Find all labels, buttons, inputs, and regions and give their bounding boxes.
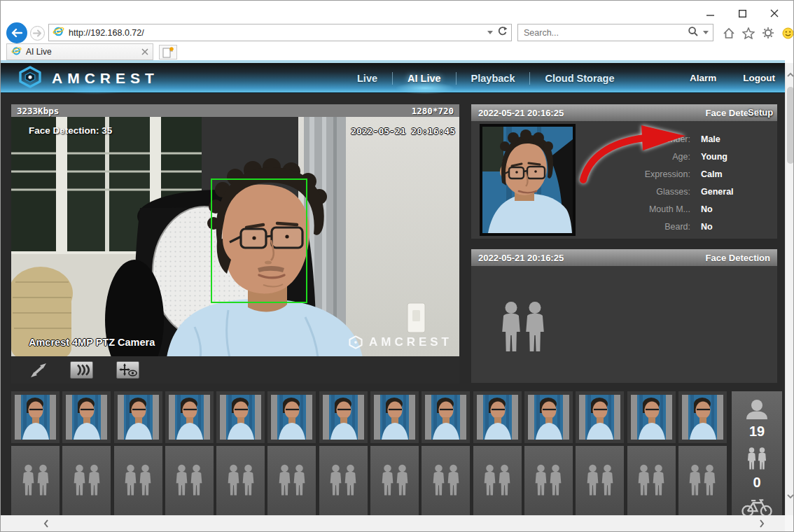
settings-gear-icon[interactable] (760, 24, 776, 41)
human-thumbnail-placeholder[interactable] (11, 446, 60, 515)
face-thumbnail[interactable] (216, 391, 265, 443)
counter-value: 19 (749, 424, 765, 439)
scroll-down-icon[interactable] (786, 490, 794, 503)
face-thumbnail[interactable] (11, 391, 60, 443)
human-thumbnail-placeholder[interactable] (216, 446, 265, 515)
human-counter: 0 (746, 447, 767, 490)
browser-forward-button[interactable] (30, 26, 45, 41)
nav-alarm[interactable]: Alarm (690, 73, 716, 83)
scrollbar-corner (785, 515, 794, 532)
face-count-icon (745, 400, 769, 422)
face-thumbnail[interactable] (524, 391, 573, 443)
address-dropdown-icon[interactable] (487, 31, 493, 34)
human-thumbnail-placeholder[interactable] (422, 446, 470, 515)
human-thumbnail-placeholder[interactable] (678, 446, 727, 515)
face-thumbnail[interactable] (114, 391, 162, 443)
search-icon[interactable] (688, 26, 699, 40)
nav-tab-live[interactable]: Live (342, 73, 392, 84)
detection-counters: 190 (732, 391, 782, 515)
human-thumbnail-placeholder[interactable] (370, 446, 419, 515)
app-header: AMCREST LiveAI LivePlaybackCloud Storage… (1, 63, 785, 93)
browser-back-button[interactable] (6, 22, 27, 43)
human-thumbnail-placeholder[interactable] (319, 446, 368, 515)
attribute-value: No (701, 222, 713, 232)
scroll-left-icon[interactable] (36, 517, 57, 531)
vertical-scroll-thumb[interactable] (787, 87, 794, 164)
face-thumbnail[interactable] (62, 391, 111, 443)
browser-window: http://192.168.0.72/ AI Live (0, 0, 794, 532)
video-controls (11, 356, 459, 384)
window-titlebar (1, 1, 794, 22)
face-snapshot[interactable] (480, 124, 576, 236)
nav-logout[interactable]: Logout (743, 73, 775, 83)
face-thumbnail[interactable] (678, 391, 727, 443)
face-thumbnail[interactable] (576, 391, 624, 443)
horizontal-scrollbar[interactable] (1, 515, 785, 531)
panel-header: 2022-05-21 20:16:25 Face Detection (471, 249, 777, 266)
attribute-value: No (701, 204, 713, 214)
nav-tab-ai-live[interactable]: AI Live (393, 73, 456, 84)
scroll-up-icon[interactable] (786, 69, 794, 81)
tab-favicon-ie (11, 46, 22, 59)
new-tab-button[interactable] (159, 45, 177, 59)
face-thumbnail[interactable] (165, 391, 214, 443)
fullscreen-button[interactable] (27, 360, 50, 380)
home-icon[interactable] (720, 24, 737, 41)
human-thumbnail-placeholder[interactable] (627, 446, 676, 515)
counter-value: 0 (753, 475, 760, 490)
panel-type-label: Face Detection (706, 253, 770, 263)
face-thumbnail[interactable] (627, 391, 676, 443)
tab-title[interactable]: AI Live (22, 47, 141, 57)
human-thumbnail-placeholder[interactable] (524, 446, 573, 515)
nav-right: Alarm Logout (690, 63, 775, 93)
close-button[interactable] (758, 6, 790, 20)
human-thumbnail-placeholder[interactable] (267, 446, 316, 515)
nav-setup[interactable]: Setup (748, 107, 773, 118)
brand-name: AMCREST (52, 70, 159, 87)
attribute-value: Male (701, 134, 720, 144)
panel-timestamp: 2022-05-21 20:16:25 (478, 108, 564, 118)
human-thumbnail-placeholder[interactable] (62, 446, 111, 515)
face-thumbnail[interactable] (319, 391, 368, 443)
tab-close-icon[interactable] (141, 46, 148, 58)
scroll-right-icon[interactable] (751, 517, 772, 531)
resolution-label: 1280*720 (412, 106, 454, 116)
video-timestamp-overlay: 2022-05-21 20:16:45 (351, 126, 455, 136)
nav-tab-playback[interactable]: Playback (457, 73, 530, 84)
stream-toggle-button[interactable] (70, 361, 93, 379)
maximize-button[interactable] (726, 6, 758, 20)
human-thumbnail-placeholder[interactable] (473, 446, 522, 515)
browser-tab[interactable]: AI Live (6, 43, 153, 60)
feedback-smiley-icon[interactable] (779, 24, 794, 41)
refresh-icon[interactable] (497, 26, 508, 39)
address-bar[interactable]: http://192.168.0.72/ (48, 24, 512, 41)
face-thumbnail[interactable] (267, 391, 316, 443)
attribute-label: Mouth M... (615, 204, 690, 214)
search-box[interactable] (517, 24, 713, 41)
face-thumbnail[interactable] (422, 391, 470, 443)
live-video: Face Detection: 35 2022-05-21 20:16:45 A… (11, 117, 459, 358)
face-thumbnail[interactable] (473, 391, 522, 443)
nav-tab-cloud-storage[interactable]: Cloud Storage (530, 73, 629, 84)
human-thumbnail-placeholder[interactable] (165, 446, 214, 515)
human-pair-icon (499, 298, 547, 360)
human-thumbnail-placeholder[interactable] (576, 446, 624, 515)
attribute-label: Glasses: (615, 187, 690, 197)
face-counter: 19 (745, 400, 769, 439)
brand: AMCREST (18, 63, 159, 93)
search-input[interactable] (518, 28, 688, 38)
url-text[interactable]: http://192.168.0.72/ (64, 28, 483, 38)
attribute-row: Beard:No (615, 218, 774, 235)
face-detection-box (211, 178, 307, 303)
face-thumbnail[interactable] (370, 391, 419, 443)
ie-page-icon (53, 25, 64, 40)
human-thumbnail-strip (11, 446, 727, 515)
search-dropdown-icon[interactable] (703, 31, 709, 34)
minimize-button[interactable] (694, 6, 726, 20)
window-controls (694, 6, 790, 20)
vertical-scrollbar[interactable] (785, 63, 794, 515)
amcrest-watermark: AMCREST (348, 335, 452, 349)
favorites-star-icon[interactable] (740, 24, 757, 41)
human-thumbnail-placeholder[interactable] (114, 446, 162, 515)
ptz-control-button[interactable] (116, 361, 139, 379)
